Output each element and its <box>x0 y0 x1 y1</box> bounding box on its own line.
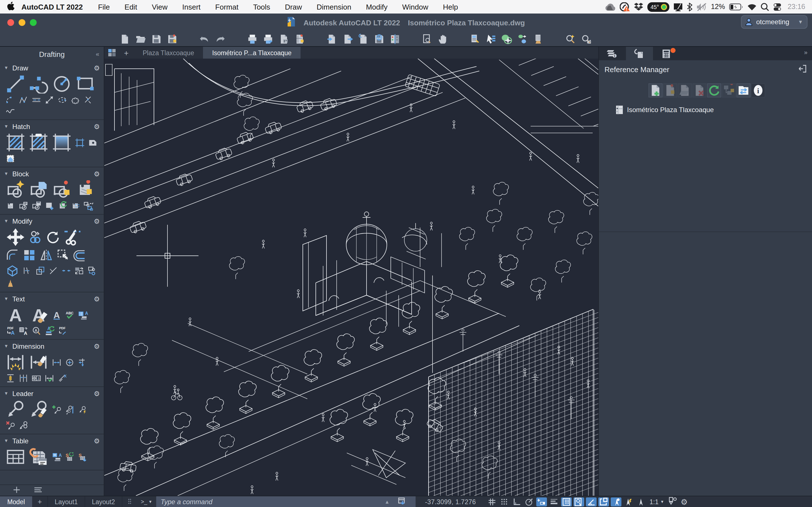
sync-table-tool[interactable]: S <box>64 452 75 462</box>
center-mark-tool[interactable] <box>64 357 75 367</box>
save-as-button[interactable] <box>167 34 177 44</box>
table-tool[interactable] <box>5 447 26 466</box>
point-style-button[interactable] <box>517 34 528 44</box>
lineweight-toggle[interactable] <box>549 497 559 506</box>
attribute-display-tool[interactable] <box>70 201 81 211</box>
menu-item-window[interactable]: Window <box>395 3 436 11</box>
command-history-button[interactable]: ▲ <box>385 499 390 504</box>
properties-button[interactable] <box>470 34 480 44</box>
dropbox-icon[interactable] <box>633 3 643 11</box>
spline-tool[interactable] <box>5 107 16 116</box>
etransmit-button[interactable] <box>374 34 385 44</box>
create-block-tool[interactable] <box>28 180 49 200</box>
revision-cloud-tool[interactable] <box>70 95 81 105</box>
annotation-visibility-toggle[interactable] <box>598 497 609 506</box>
scale-tool[interactable] <box>35 266 46 275</box>
text-align-tool[interactable]: A <box>18 326 29 336</box>
define-attribute-tool[interactable] <box>5 201 16 211</box>
polyline-tool[interactable] <box>18 95 29 105</box>
align-tool[interactable] <box>74 266 85 275</box>
xline-tool[interactable] <box>44 95 55 105</box>
edit-path-button[interactable] <box>722 83 736 98</box>
menu-item-tools[interactable]: Tools <box>246 3 278 11</box>
more-tabs-button[interactable]: » <box>804 49 808 56</box>
attach-button[interactable] <box>358 34 369 44</box>
fillet-tool[interactable] <box>5 248 20 262</box>
view-manager-button[interactable] <box>581 34 592 44</box>
add-palette-button[interactable] <box>13 487 20 494</box>
multileader-style-tool[interactable] <box>28 400 49 419</box>
command-drag-handle[interactable] <box>122 496 137 507</box>
model-tab[interactable]: Model <box>0 496 32 507</box>
section-gear-icon[interactable]: ⚙ <box>94 295 100 303</box>
multileader-tool[interactable] <box>5 400 26 419</box>
save-button[interactable] <box>151 34 162 44</box>
add-leader-tool[interactable] <box>51 405 62 414</box>
collapse-palette-button[interactable]: « <box>96 51 99 57</box>
customization-gear-icon[interactable]: ⚙ <box>678 496 690 507</box>
set-base-point-tool[interactable] <box>44 201 55 211</box>
section-gear-icon[interactable]: ⚙ <box>94 217 100 225</box>
edit-reference-button[interactable] <box>663 83 677 98</box>
new-layout-button[interactable]: + <box>32 496 48 507</box>
dimension-style-tool[interactable] <box>28 353 49 372</box>
plot-button[interactable] <box>247 34 258 44</box>
menu-item-draw[interactable]: Draw <box>277 3 309 11</box>
temperature-battery-widget[interactable]: 45° <box>647 2 669 11</box>
command-line[interactable]: Type a command ▲ <box>156 496 416 507</box>
attach-reference-button[interactable] <box>649 83 663 98</box>
text-style-tool[interactable]: A <box>28 305 49 325</box>
section-collapse-icon[interactable]: ▼ <box>4 391 8 396</box>
explode-tool[interactable] <box>5 264 20 277</box>
menu-item-help[interactable]: Help <box>436 3 465 11</box>
export-table-tool[interactable]: S <box>77 452 88 462</box>
open-button[interactable] <box>135 34 146 44</box>
title-bar[interactable]: Autodesk AutoCAD LT 2022 Isométrico Plaz… <box>0 13 812 32</box>
stretch-tool[interactable] <box>22 266 33 275</box>
find-text-tool[interactable]: A <box>31 326 42 336</box>
linear-dimension-tool[interactable] <box>51 357 62 367</box>
section-collapse-icon[interactable]: ▼ <box>4 438 8 443</box>
attribute-manager-tool[interactable] <box>18 201 29 211</box>
menu-item-insert[interactable]: Insert <box>175 3 208 11</box>
remove-leader-tool[interactable] <box>5 421 16 431</box>
autoscale-toggle[interactable] <box>611 497 621 506</box>
join-tool[interactable] <box>61 266 71 275</box>
new-view-button[interactable] <box>565 34 576 44</box>
schedule-tab[interactable] <box>653 47 680 60</box>
workspace-toggle[interactable] <box>636 497 646 506</box>
ordinate-tool[interactable] <box>77 357 88 367</box>
panel-anchor-icon[interactable] <box>799 65 806 74</box>
display-icon[interactable] <box>673 3 682 11</box>
zoom-window-button[interactable] <box>422 34 433 44</box>
wifi-icon[interactable] <box>747 3 756 10</box>
write-block-tool[interactable] <box>31 201 42 211</box>
annotation-monitor-toggle[interactable] <box>623 497 634 506</box>
angle-toggle[interactable] <box>586 497 597 506</box>
transparency-toggle[interactable] <box>561 497 572 506</box>
snap-toggle[interactable] <box>499 497 510 506</box>
adobe-warning-icon[interactable] <box>619 2 629 11</box>
new-drawing-tab-button[interactable]: + <box>119 47 134 59</box>
edit-attribute-tool[interactable] <box>74 180 95 200</box>
search-icon[interactable] <box>760 3 769 11</box>
ucs-button[interactable] <box>501 34 512 44</box>
rectangle-tool[interactable] <box>74 74 95 94</box>
jogged-tool[interactable] <box>5 374 16 383</box>
pan-button[interactable] <box>438 34 448 44</box>
battery-charging-icon[interactable] <box>729 3 743 10</box>
section-gear-icon[interactable]: ⚙ <box>94 122 100 130</box>
mtext-tool[interactable]: A <box>5 305 26 325</box>
spell-check-tool[interactable]: ABC <box>64 310 75 320</box>
cloud-icon[interactable] <box>605 3 615 10</box>
mirror-tool[interactable] <box>39 248 54 262</box>
menu-item-format[interactable]: Format <box>208 3 246 11</box>
dimension-tool[interactable] <box>5 353 26 372</box>
command-window-icon[interactable] <box>398 497 407 506</box>
selection-cycling-toggle[interactable] <box>573 497 584 506</box>
change-path-button[interactable] <box>737 83 751 98</box>
section-gear-icon[interactable]: ⚙ <box>94 437 100 445</box>
export-button[interactable] <box>342 34 353 44</box>
menu-item-dimension[interactable]: Dimension <box>309 3 359 11</box>
menu-item-view[interactable]: View <box>144 3 175 11</box>
